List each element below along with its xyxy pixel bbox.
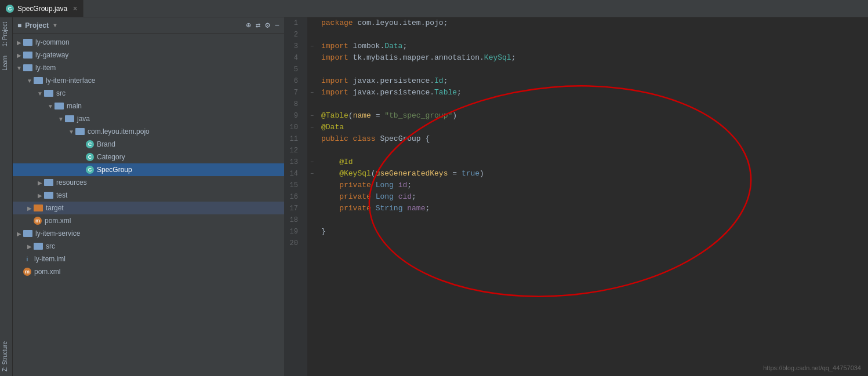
label-resources: resources (56, 178, 87, 187)
code-line-14: @KeySql(useGeneratedKeys = true) (321, 168, 863, 180)
code-line-4: import tk.mybatis.mapper.annotation.KeyS… (321, 52, 863, 64)
gutter-9[interactable]: − (307, 110, 317, 122)
gutter-10[interactable]: − (307, 122, 317, 133)
code-line-1: package com.leyou.item.pojo; (321, 17, 863, 29)
code-line-16: private Long cid; (321, 191, 863, 203)
tree-item-ly-common[interactable]: ly-common (13, 36, 284, 49)
folder-icon-test (44, 192, 53, 199)
code-line-12 (321, 145, 863, 156)
label-src: src (56, 89, 66, 97)
folder-icon-src (44, 90, 53, 97)
tree-item-specgroup[interactable]: C SpecGroup (13, 163, 284, 176)
tree-item-pom-item[interactable]: m pom.xml (13, 214, 284, 227)
arrow-test (36, 192, 44, 199)
ln-19: 19 (284, 226, 303, 238)
arrow-ly-item (15, 65, 23, 71)
gutter: − − − − − − (307, 17, 317, 376)
watermark: https://blog.csdn.net/qq_44757034 (763, 364, 861, 371)
gutter-18 (307, 214, 317, 226)
header-toolbar: ⊕ ⇄ ⚙ − (246, 20, 279, 30)
ln-1: 1 (284, 17, 303, 29)
code-line-10: @Data (321, 122, 863, 133)
gutter-19 (307, 226, 317, 238)
tree-item-brand[interactable]: C Brand (13, 138, 284, 151)
ln-4: 4 (284, 52, 303, 64)
tree-item-main[interactable]: main (13, 100, 284, 112)
label-src2: src (46, 242, 55, 250)
ln-8: 8 (284, 98, 303, 110)
code-line-6: import javax.persistence.Id; (321, 75, 863, 87)
ln-2: 2 (284, 29, 303, 41)
side-label-structure[interactable]: Z: Structure (0, 337, 12, 376)
code-line-17: private String name; (321, 203, 863, 214)
tree-item-category[interactable]: C Category (13, 151, 284, 163)
tab-specgroup[interactable]: C SpecGroup.java × (0, 0, 83, 17)
ln-14: 14 (284, 168, 303, 180)
label-target: target (46, 204, 64, 212)
code-line-13: @Id (321, 156, 863, 168)
line-numbers: 1 2 3 4 5 6 7 8 9 10 11 12 13 14 15 16 1 (284, 17, 307, 376)
tree-item-resources[interactable]: resources (13, 176, 284, 189)
side-label-learn[interactable]: Learn (0, 51, 12, 75)
label-ly-item-service: ly-item-service (35, 229, 80, 238)
tree-item-package[interactable]: com.leyou.item.pojo (13, 125, 284, 138)
ln-6: 6 (284, 75, 303, 87)
label-ly-item: ly-item (35, 64, 56, 72)
gutter-12 (307, 145, 317, 156)
label-brand: Brand (97, 140, 115, 148)
tree-item-ly-item-interface[interactable]: ly-item-interface (13, 74, 284, 87)
tree-item-ly-item[interactable]: ly-item (13, 61, 284, 74)
label-pom-root: pom.xml (34, 268, 60, 276)
tree-item-pom-root[interactable]: m pom.xml (13, 265, 284, 278)
tree-item-src2[interactable]: src (13, 240, 284, 253)
folder-icon-ly-item (23, 64, 32, 71)
project-tree[interactable]: ly-common ly-gateway ly-item (13, 34, 284, 376)
label-category: Category (97, 153, 125, 161)
tree-item-test[interactable]: test (13, 189, 284, 202)
code-line-7: import javax.persistence.Table; (321, 87, 863, 98)
file-icon-specgroup: C (86, 166, 94, 174)
code-editor[interactable]: package com.leyou.item.pojo; import lomb… (317, 17, 868, 376)
tree-item-java[interactable]: java (13, 112, 284, 125)
label-java: java (77, 115, 90, 123)
ln-3: 3 (284, 41, 303, 52)
tab-close-specgroup[interactable]: × (73, 5, 77, 13)
tree-item-target[interactable]: target (13, 202, 284, 214)
tree-item-src[interactable]: src (13, 87, 284, 100)
folder-icon-ly-common (23, 39, 32, 46)
gutter-14[interactable]: − (307, 168, 317, 180)
tree-item-ly-item-iml[interactable]: i ly-item.iml (13, 253, 284, 265)
code-line-8 (321, 98, 863, 110)
folder-icon-package (75, 128, 85, 135)
file-icon-pom-root: m (23, 268, 31, 276)
minimize-icon[interactable]: − (275, 21, 279, 30)
gutter-17 (307, 203, 317, 214)
folder-icon-target (34, 205, 43, 211)
folder-icon-ly-gateway (23, 52, 32, 59)
folder-icon-ly-item-interface (34, 77, 43, 84)
code-line-18 (321, 214, 863, 226)
label-specgroup: SpecGroup (97, 166, 132, 174)
gutter-1 (307, 17, 317, 29)
label-ly-common: ly-common (35, 38, 70, 46)
gutter-15 (307, 180, 317, 191)
folder-icon-src2 (34, 243, 43, 250)
arrow-ly-item-interface (26, 78, 34, 84)
file-icon-category: C (86, 153, 94, 161)
file-icon-iml: i (23, 255, 31, 263)
add-icon[interactable]: ⊕ (246, 20, 250, 30)
sync-icon[interactable]: ⇄ (256, 20, 260, 30)
gutter-7[interactable]: − (307, 87, 317, 98)
editor-content: 1 2 3 4 5 6 7 8 9 10 11 12 13 14 15 16 1 (284, 17, 868, 376)
label-ly-gateway: ly-gateway (35, 51, 68, 59)
tree-item-ly-gateway[interactable]: ly-gateway (13, 49, 284, 61)
gutter-3[interactable]: − (307, 41, 317, 52)
arrow-ly-common (15, 39, 23, 46)
settings-icon[interactable]: ⚙ (265, 20, 270, 30)
tree-item-ly-item-service[interactable]: ly-item-service (13, 227, 284, 240)
side-label-project[interactable]: 1: Project (0, 17, 12, 51)
code-line-9: @Table(name = "tb_spec_group") (321, 110, 863, 122)
gutter-13[interactable]: − (307, 156, 317, 168)
ln-15: 15 (284, 180, 303, 191)
label-pom-item: pom.xml (45, 217, 71, 225)
